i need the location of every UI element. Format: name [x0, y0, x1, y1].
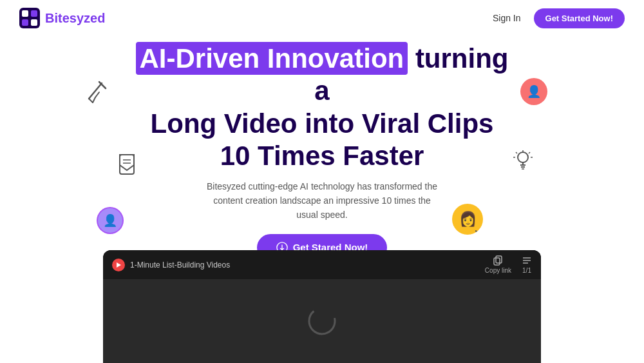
logo-text: Bitesyzed — [45, 11, 105, 26]
svg-rect-3 — [22, 19, 28, 26]
video-controls-right: Copy link 1/1 — [485, 255, 532, 274]
avatar-left: 👤 — [97, 207, 124, 234]
copy-link-control[interactable]: Copy link — [485, 255, 511, 274]
badge-decoration — [116, 152, 142, 181]
hero-title-highlight: AI-Driven Innovation — [136, 42, 408, 75]
navbar: Bitesyzed Sign In Get Started Now! — [0, 0, 644, 36]
svg-marker-28 — [117, 262, 121, 268]
hero-subtitle: Bitesyzed cutting-edge AI technology has… — [203, 179, 441, 222]
sign-in-link[interactable]: Sign In — [493, 13, 521, 23]
svg-line-24 — [475, 231, 483, 235]
video-body[interactable] — [103, 279, 541, 363]
video-section: 1-Minute List-Building Videos Copy link … — [103, 250, 541, 363]
svg-rect-4 — [31, 19, 37, 26]
pagination-control[interactable]: 1/1 — [522, 255, 532, 274]
logo-icon — [19, 8, 40, 28]
hero-title: AI-Driven Innovation turning aLong Video… — [129, 43, 515, 173]
hero-section: 👤 👤 👩 AI-Driven Innovation — [0, 36, 644, 261]
copy-link-icon — [493, 255, 503, 266]
video-dot-icon — [115, 261, 122, 269]
svg-rect-30 — [494, 258, 500, 265]
get-started-nav-button[interactable]: Get Started Now! — [534, 8, 625, 28]
svg-line-8 — [93, 97, 95, 103]
svg-line-20 — [516, 152, 517, 153]
nav-right: Sign In Get Started Now! — [493, 8, 625, 28]
video-red-dot — [112, 259, 125, 271]
svg-marker-11 — [120, 155, 134, 170]
logo-area: Bitesyzed — [19, 8, 105, 28]
list-icon — [522, 255, 532, 266]
svg-line-7 — [89, 99, 93, 103]
svg-line-21 — [529, 152, 530, 153]
svg-point-14 — [518, 152, 528, 162]
svg-rect-2 — [31, 10, 37, 17]
pencil-decoration — [84, 78, 109, 106]
avatar-right-bottom: 👩 — [452, 204, 483, 235]
avatar-person-2: 👤 — [522, 79, 546, 104]
avatar-person-1: 👤 — [98, 208, 122, 233]
svg-line-9 — [95, 92, 99, 97]
avatar-right-top: 👤 — [520, 78, 547, 105]
svg-rect-1 — [22, 10, 28, 17]
pagination-label: 1/1 — [522, 267, 531, 274]
video-title-area: 1-Minute List-Building Videos — [112, 259, 230, 271]
svg-rect-29 — [496, 256, 502, 263]
loading-spinner — [306, 305, 338, 337]
copy-link-label: Copy link — [485, 267, 511, 274]
video-title-text: 1-Minute List-Building Videos — [130, 260, 230, 270]
video-topbar: 1-Minute List-Building Videos Copy link … — [103, 250, 541, 279]
svg-point-34 — [309, 308, 335, 334]
lightbulb-decoration — [511, 149, 535, 175]
svg-rect-10 — [120, 155, 134, 174]
